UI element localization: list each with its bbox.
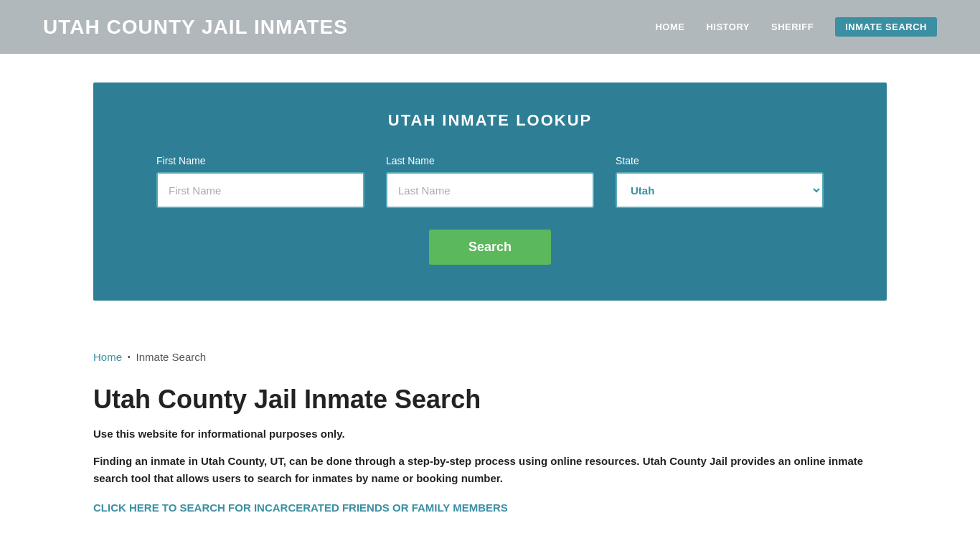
last-name-label: Last Name <box>386 155 594 166</box>
breadcrumb-separator: • <box>128 353 131 361</box>
page-heading: Utah County Jail Inmate Search <box>93 385 887 415</box>
nav-home[interactable]: HOME <box>655 22 684 32</box>
last-name-group: Last Name <box>386 155 594 208</box>
breadcrumb: Home • Inmate Search <box>93 351 887 363</box>
main-content: Utah County Jail Inmate Search Use this … <box>0 370 980 543</box>
last-name-input[interactable] <box>386 172 594 208</box>
disclaimer-text: Use this website for informational purpo… <box>93 428 887 440</box>
form-row: First Name Last Name State Utah <box>136 155 844 208</box>
first-name-label: First Name <box>156 155 364 166</box>
search-button-wrap: Search <box>136 230 844 265</box>
body-paragraph: Finding an inmate in Utah County, UT, ca… <box>93 453 887 487</box>
site-title: UTAH COUNTY JAIL INMATES <box>43 16 348 39</box>
main-nav: HOME HISTORY SHERIFF INMATE SEARCH <box>655 17 937 37</box>
nav-inmate-search[interactable]: INMATE SEARCH <box>835 17 937 37</box>
panel-title: UTAH INMATE LOOKUP <box>136 111 844 130</box>
breadcrumb-home[interactable]: Home <box>93 351 122 363</box>
nav-sheriff[interactable]: SHERIFF <box>771 22 814 32</box>
first-name-group: First Name <box>156 155 364 208</box>
breadcrumb-current: Inmate Search <box>136 351 207 363</box>
site-header: UTAH COUNTY JAIL INMATES HOME HISTORY SH… <box>0 0 980 54</box>
search-panel: UTAH INMATE LOOKUP First Name Last Name … <box>93 83 887 301</box>
state-label: State <box>616 155 824 166</box>
search-button[interactable]: Search <box>429 230 551 265</box>
search-link[interactable]: CLICK HERE to Search for Incarcerated Fr… <box>93 501 508 514</box>
first-name-input[interactable] <box>156 172 364 208</box>
breadcrumb-wrap: Home • Inmate Search <box>0 329 980 370</box>
state-select[interactable]: Utah <box>616 172 824 208</box>
nav-history[interactable]: HISTORY <box>706 22 750 32</box>
state-group: State Utah <box>616 155 824 208</box>
